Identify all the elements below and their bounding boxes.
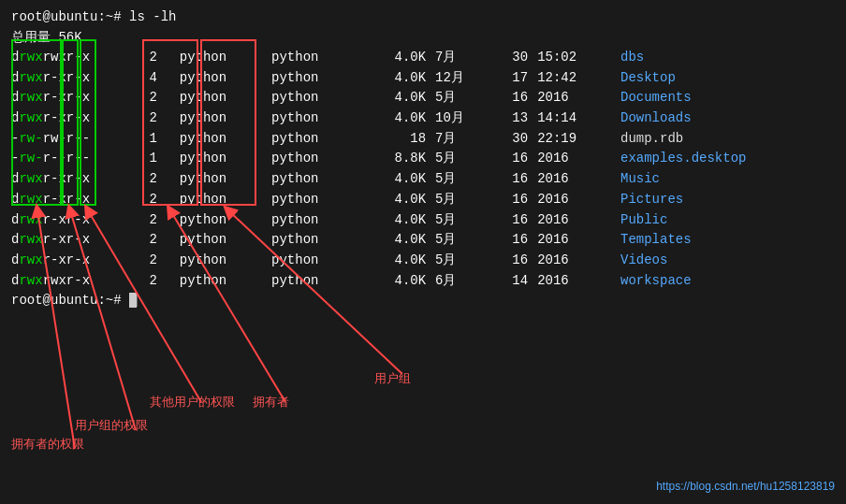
col-month: 7月: [431, 129, 492, 150]
col-links: 4: [143, 68, 175, 89]
table-row: drwxr-xr-x 2 python python 4.0K 10月 13 1…: [11, 108, 835, 129]
col-month: 5月: [431, 210, 492, 231]
prompt-line-1: root@ubuntu:~# ls -lh: [11, 7, 835, 27]
col-perms: drwxrwxr-x: [11, 271, 143, 292]
col-time: 2016: [532, 169, 617, 190]
col-owner: python: [176, 169, 268, 190]
col-perms: -rw-rw-r--: [11, 129, 143, 150]
col-name: Music: [617, 169, 835, 190]
col-name: Pictures: [617, 190, 835, 210]
col-perms: drwxr-xr-x: [11, 169, 143, 190]
col-size: 4.0K: [359, 190, 431, 210]
col-perms: drwxr-xr-x: [11, 230, 143, 251]
col-month: 5月: [431, 88, 492, 108]
col-name: Desktop: [617, 68, 835, 89]
col-size: 4.0K: [359, 108, 431, 129]
col-size: 4.0K: [359, 210, 431, 231]
prompt-line-2: root@ubuntu:~# █: [11, 291, 835, 310]
col-group: python: [268, 169, 359, 190]
table-row: drwxr-xr-x 2 python python 4.0K 5月 16 20…: [11, 210, 835, 231]
table-row: drwxr-xr-x 2 python python 4.0K 5月 16 20…: [11, 169, 835, 190]
col-group: python: [268, 230, 359, 251]
col-perms: drwxr-xr-x: [11, 190, 143, 210]
col-owner: python: [176, 251, 268, 271]
col-day: 16: [492, 210, 532, 231]
col-month: 12月: [431, 68, 492, 89]
col-month: 5月: [431, 190, 492, 210]
table-row: drwxr-xr-x 2 python python 4.0K 5月 16 20…: [11, 88, 835, 108]
col-time: 2016: [532, 149, 617, 169]
ls-output-table: drwxrwxr-x 2 python python 4.0K 7月 30 15…: [11, 48, 835, 291]
col-day: 16: [492, 230, 532, 251]
total-line: 总用量 56K: [11, 29, 835, 46]
col-time: 2016: [532, 88, 617, 108]
col-month: 5月: [431, 251, 492, 271]
col-group: python: [268, 108, 359, 129]
label-owner-perms: 拥有者的权限: [11, 436, 84, 453]
col-month: 7月: [431, 48, 492, 68]
col-time: 2016: [532, 271, 617, 292]
col-group: python: [268, 48, 359, 68]
col-size: 18: [359, 129, 431, 150]
col-day: 13: [492, 108, 532, 129]
col-perms: drwxrwxr-x: [11, 48, 143, 68]
col-day: 16: [492, 190, 532, 210]
col-links: 2: [143, 251, 175, 271]
label-other-perms: 其他用户的权限: [150, 394, 235, 410]
table-row: -rw-rw-r-- 1 python python 18 7月 30 22:1…: [11, 129, 835, 150]
col-time: 22:19: [532, 129, 617, 150]
col-group: python: [268, 251, 359, 271]
col-size: 4.0K: [359, 48, 431, 68]
col-month: 10月: [431, 108, 492, 129]
col-owner: python: [176, 210, 268, 231]
col-day: 16: [492, 149, 532, 169]
col-owner: python: [176, 88, 268, 108]
col-name: Templates: [617, 230, 835, 251]
col-day: 17: [492, 68, 532, 89]
col-links: 2: [143, 108, 175, 129]
col-time: 15:02: [532, 48, 617, 68]
col-size: 4.0K: [359, 251, 431, 271]
table-row: drwxr-xr-x 2 python python 4.0K 5月 16 20…: [11, 251, 835, 271]
col-links: 1: [143, 149, 175, 169]
col-owner: python: [176, 271, 268, 292]
col-day: 30: [492, 129, 532, 150]
label-group-perms: 用户组的权限: [75, 417, 148, 434]
col-size: 4.0K: [359, 88, 431, 108]
col-time: 2016: [532, 230, 617, 251]
col-name: examples.desktop: [617, 149, 835, 169]
col-links: 2: [143, 48, 175, 68]
col-name: dump.rdb: [617, 129, 835, 150]
col-group: python: [268, 88, 359, 108]
col-day: 30: [492, 48, 532, 68]
col-links: 2: [143, 190, 175, 210]
col-owner: python: [176, 48, 268, 68]
col-time: 2016: [532, 251, 617, 271]
col-name: dbs: [617, 48, 835, 68]
col-perms: drwxr-xr-x: [11, 88, 143, 108]
col-owner: python: [176, 149, 268, 169]
col-name: Videos: [617, 251, 835, 271]
col-links: 2: [143, 169, 175, 190]
col-owner: python: [176, 68, 268, 89]
col-group: python: [268, 271, 359, 292]
col-month: 5月: [431, 230, 492, 251]
col-day: 16: [492, 88, 532, 108]
label-group: 用户组: [374, 370, 411, 387]
col-month: 5月: [431, 169, 492, 190]
col-size: 4.0K: [359, 169, 431, 190]
col-size: 4.0K: [359, 271, 431, 292]
col-month: 5月: [431, 149, 492, 169]
col-owner: python: [176, 108, 268, 129]
col-name: Documents: [617, 88, 835, 108]
table-row: drwxr-xr-x 2 python python 4.0K 5月 16 20…: [11, 190, 835, 210]
col-day: 16: [492, 169, 532, 190]
col-group: python: [268, 190, 359, 210]
watermark: https://blog.csdn.net/hu1258123819: [656, 480, 835, 493]
col-time: 12:42: [532, 68, 617, 89]
col-links: 2: [143, 230, 175, 251]
col-owner: python: [176, 230, 268, 251]
col-name: Downloads: [617, 108, 835, 129]
table-row: drwxr-xr-x 2 python python 4.0K 5月 16 20…: [11, 230, 835, 251]
table-row: drwxrwxr-x 2 python python 4.0K 6月 14 20…: [11, 271, 835, 292]
